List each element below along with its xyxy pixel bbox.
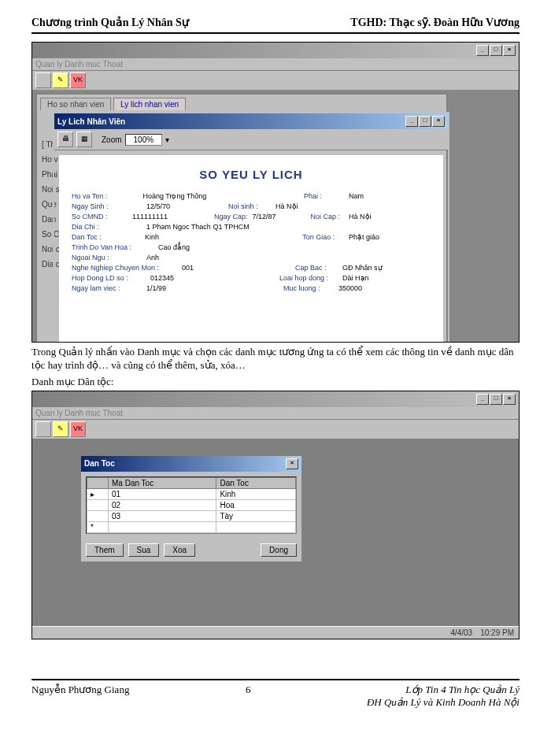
tool-btn-vk[interactable]: VK	[70, 421, 86, 437]
table-row: ▸01Kinh	[87, 488, 296, 499]
maximize-icon[interactable]: □	[490, 45, 502, 56]
header-left: Chương trình Quản Lý Nhân Sự	[31, 16, 189, 29]
print-icon[interactable]: 🖶	[57, 132, 73, 147]
maximize-icon[interactable]: □	[419, 116, 431, 127]
menubar[interactable]: Quan ly Danh muc Thoat	[32, 407, 519, 420]
maximize-icon[interactable]: □	[490, 394, 502, 405]
dantoc-grid[interactable]: Ma Dan Toc Dan Toc ▸01Kinh 02Hoa 03Tày *	[86, 476, 297, 534]
page-footer: Nguyễn Phương Giang 6 Lớp Tin 4 Tin học …	[31, 679, 520, 709]
close-icon[interactable]: ×	[503, 45, 516, 56]
menubar[interactable]: Quan ly Danh muc Thoat	[32, 58, 519, 71]
zoom-dropdown-icon[interactable]: ▾	[165, 135, 169, 144]
footer-class: Lớp Tin 4 Tin học Quản Lý	[405, 684, 520, 695]
status-bar: 4/4/03 10:29 PM	[32, 626, 519, 639]
paragraph-1: Trong Quản lý nhấn vào Danh mục và chọn …	[31, 346, 520, 372]
screenshot-dantoc: _ □ × Quan ly Danh muc Thoat ✎ VK Dan To…	[31, 391, 520, 639]
tool-btn-2[interactable]: ✎	[53, 72, 68, 88]
minimize-icon[interactable]: _	[405, 116, 418, 127]
tool-btn-2[interactable]: ✎	[53, 421, 68, 437]
minimize-icon[interactable]: _	[476, 45, 489, 56]
footer-author: Nguyễn Phương Giang	[31, 684, 129, 696]
sua-button[interactable]: Sua	[128, 543, 160, 557]
tool-btn-1[interactable]	[35, 421, 51, 437]
report-toolbar: 🖶 ▦ Zoom 100% ▾	[54, 129, 448, 150]
screenshot-lylich: _ □ × Quan ly Danh muc Thoat ✎ VK Ho so …	[31, 42, 520, 343]
them-button[interactable]: Them	[86, 543, 124, 557]
close-icon[interactable]: ×	[432, 116, 445, 127]
tab-lylich[interactable]: Ly lich nhan vien	[113, 98, 186, 110]
report-titlebar: Ly Lich Nhân Viên _ □ ×	[54, 113, 448, 129]
xoa-button[interactable]: Xoa	[164, 543, 195, 557]
footer-school: ĐH Quản Lý và Kinh Doanh Hà Nội	[367, 696, 520, 708]
table-row: *	[87, 521, 296, 532]
export-icon[interactable]: ▦	[76, 132, 92, 147]
tool-btn-1[interactable]	[35, 72, 51, 88]
zoom-value[interactable]: 100%	[125, 134, 163, 146]
toolbar: ✎ VK	[32, 420, 519, 439]
close-icon[interactable]: ×	[503, 394, 516, 405]
header-right: TGHD: Thạc sỹ. Đoàn Hữu Vương	[350, 16, 520, 29]
tab-hoso[interactable]: Ho so nhan vien	[40, 98, 111, 110]
app-titlebar: _ □ ×	[32, 391, 519, 407]
col-ten: Dan Toc	[216, 477, 296, 488]
report-body: SO YEU LY LICH Ho va Ten : Hoàng Trọng T…	[59, 155, 443, 343]
report-title-text: Ly Lich Nhân Viên	[57, 117, 125, 126]
table-row: 02Hoa	[87, 499, 296, 510]
toolbar: ✎ VK	[32, 71, 519, 90]
table-row: 03Tày	[87, 510, 296, 521]
dantoc-title-text: Dan Toc	[84, 459, 115, 468]
zoom-label: Zoom	[102, 135, 122, 144]
status-date: 4/4/03	[450, 628, 472, 637]
dong-button[interactable]: Dong	[261, 543, 297, 557]
app-titlebar: _ □ ×	[32, 43, 519, 58]
page-header: Chương trình Quản Lý Nhân Sự TGHD: Thạc …	[31, 16, 520, 34]
minimize-icon[interactable]: _	[476, 394, 489, 405]
dantoc-window: Dan Toc × Ma Dan Toc Dan Toc ▸01Kinh 02H…	[80, 454, 303, 563]
caption-dantoc: Danh mục Dân tộc:	[31, 376, 520, 389]
tool-btn-vk[interactable]: VK	[70, 72, 86, 88]
report-heading: SO YEU LY LICH	[72, 168, 431, 181]
footer-page-number: 6	[246, 684, 251, 696]
dantoc-titlebar: Dan Toc ×	[81, 456, 301, 472]
status-time: 10:29 PM	[480, 628, 514, 637]
report-window: Ly Lich Nhân Viên _ □ × 🖶 ▦ Zoom 100% ▾ …	[53, 112, 449, 343]
col-ma: Ma Dan Toc	[109, 477, 216, 488]
close-icon[interactable]: ×	[286, 458, 298, 469]
